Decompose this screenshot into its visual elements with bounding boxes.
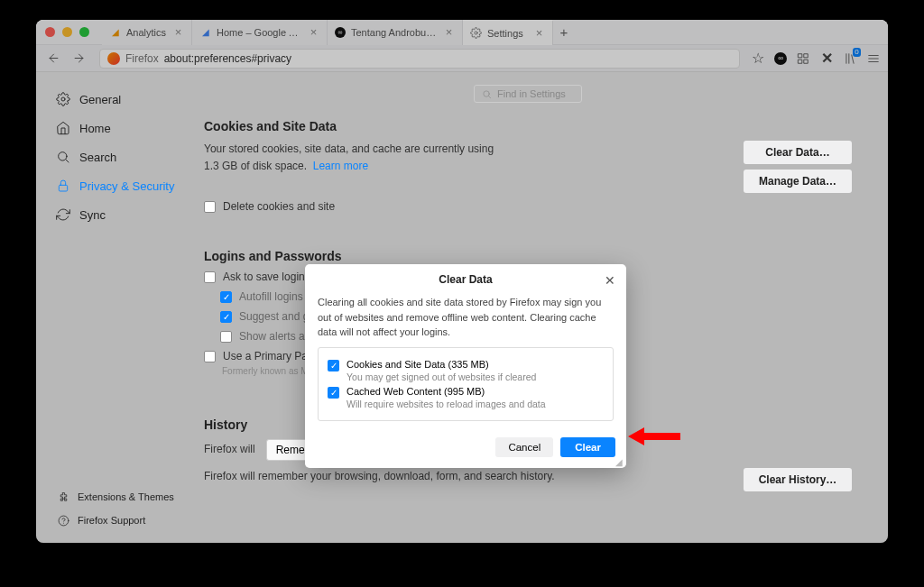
svg-point-8	[61, 97, 65, 101]
sidebar-item-general[interactable]: General	[56, 85, 195, 114]
delete-cookies-checkbox[interactable]: Delete cookies and site	[204, 200, 852, 213]
sidebar-footer: Extensions & Themes Firefox Support	[56, 485, 174, 532]
option-label: Cached Web Content (995 MB)	[346, 386, 546, 397]
section-title-cookies: Cookies and Site Data	[204, 119, 852, 133]
gear-icon	[56, 92, 70, 106]
svg-marker-16	[628, 427, 680, 445]
sidebar-item-privacy[interactable]: Privacy & Security	[56, 171, 195, 200]
dialog-close-button[interactable]: ✕	[603, 271, 617, 289]
url-toolbar: Firefox about:preferences#privacy ☆ ∞ ✕ …	[36, 45, 888, 72]
clear-data-button[interactable]: Clear Data…	[744, 141, 852, 164]
tab-settings[interactable]: Settings ×	[463, 20, 553, 45]
svg-rect-4	[804, 60, 808, 63]
sidebar-label: Sync	[79, 208, 106, 222]
close-window-button[interactable]	[45, 27, 55, 37]
window-controls	[45, 27, 89, 37]
svg-point-9	[59, 152, 67, 161]
tab-label: Settings	[487, 28, 528, 39]
titlebar: ◢ Analytics × ◢ Home – Google AdSense × …	[36, 20, 888, 45]
home-icon	[56, 121, 70, 135]
maximize-window-button[interactable]	[79, 27, 89, 37]
checkbox-label: Delete cookies and site	[223, 200, 335, 213]
sidebar-support-link[interactable]: Firefox Support	[56, 509, 174, 532]
gear-icon	[470, 27, 482, 39]
svg-point-14	[484, 90, 489, 96]
sidebar-label: Search	[79, 151, 116, 164]
help-icon	[56, 513, 70, 527]
library-icon[interactable]: 0	[843, 51, 857, 66]
back-button[interactable]	[43, 49, 63, 69]
close-tab-icon[interactable]: ×	[308, 26, 319, 38]
close-tab-icon[interactable]: ×	[533, 27, 545, 39]
lock-icon	[56, 179, 70, 193]
tab-label: Tentang Androbuntu	[351, 27, 438, 38]
tab-analytics[interactable]: ◢ Analytics ×	[102, 20, 192, 45]
extension-icon[interactable]: ∞	[774, 52, 787, 65]
svg-line-10	[66, 160, 69, 162]
sidebar-label: Home	[79, 122, 111, 135]
section-title-logins: Logins and Passwords	[204, 249, 852, 263]
new-tab-button[interactable]: +	[553, 20, 575, 45]
clear-history-button[interactable]: Clear History…	[744, 468, 852, 491]
sidebar-label: Firefox Support	[78, 515, 145, 526]
svg-rect-1	[799, 53, 802, 57]
dialog-title: Clear Data	[439, 273, 492, 286]
cookies-option-row[interactable]: Cookies and Site Data (335 MB) You may g…	[328, 359, 604, 382]
search-placeholder: Find in Settings	[497, 88, 566, 99]
adsense-icon: ◢	[199, 26, 211, 38]
analytics-icon: ◢	[109, 26, 121, 38]
close-tab-icon[interactable]: ×	[172, 26, 184, 38]
tab-adsense[interactable]: ◢ Home – Google AdSense ×	[192, 20, 328, 45]
tab-label: Home – Google AdSense	[217, 27, 302, 38]
option-sublabel: You may get signed out of websites if cl…	[346, 371, 536, 382]
sidebar: General Home Search Privacy & Security S…	[36, 72, 195, 543]
sidebar-item-sync[interactable]: Sync	[56, 200, 195, 229]
sidebar-item-home[interactable]: Home	[56, 114, 195, 142]
forward-button[interactable]	[69, 49, 88, 69]
learn-more-link[interactable]: Learn more	[313, 160, 368, 172]
sync-icon	[56, 207, 70, 222]
firefox-icon	[107, 52, 120, 65]
sidebar-label: Privacy & Security	[79, 179, 174, 193]
apps-icon[interactable]	[796, 51, 810, 66]
bookmark-star-icon[interactable]: ☆	[751, 51, 765, 66]
history-remember-text: Firefox will remember your browsing, dow…	[204, 468, 555, 485]
sidebar-extensions-link[interactable]: Extensions & Themes	[56, 485, 174, 509]
search-icon	[56, 150, 70, 164]
option-label: Cookies and Site Data (335 MB)	[346, 359, 536, 370]
site-icon: ∞	[335, 27, 346, 38]
clear-button[interactable]: Clear	[560, 437, 615, 457]
find-settings-input[interactable]: Find in Settings	[474, 85, 582, 103]
svg-rect-3	[799, 60, 802, 63]
clear-data-dialog: Clear Data ✕ Clearing all cookies and si…	[305, 264, 626, 468]
annotation-arrow	[628, 424, 682, 453]
cancel-button[interactable]: Cancel	[495, 437, 553, 457]
sidebar-item-search[interactable]: Search	[56, 142, 195, 171]
dialog-description: Clearing all cookies and site data store…	[318, 295, 614, 340]
tab-label: Analytics	[126, 27, 167, 38]
app-menu-button[interactable]	[866, 51, 881, 66]
close-tab-icon[interactable]: ×	[443, 26, 455, 38]
sidebar-label: Extensions & Themes	[78, 491, 174, 502]
tab-androbuntu[interactable]: ∞ Tentang Androbuntu ×	[328, 20, 463, 45]
option-sublabel: Will require websites to reload images a…	[346, 399, 546, 409]
svg-rect-2	[804, 53, 808, 57]
svg-point-12	[59, 516, 69, 526]
minimize-window-button[interactable]	[62, 27, 72, 37]
checkbox-checked-icon[interactable]	[328, 360, 339, 371]
url-prefix: Firefox	[125, 52, 159, 65]
puzzle-icon	[56, 490, 70, 504]
cache-option-row[interactable]: Cached Web Content (995 MB) Will require…	[328, 386, 604, 409]
url-bar[interactable]: Firefox about:preferences#privacy	[99, 49, 740, 69]
svg-point-0	[475, 32, 477, 34]
checkbox-checked-icon[interactable]	[328, 387, 339, 399]
url-text: about:preferences#privacy	[164, 52, 291, 65]
sidebar-label: General	[79, 93, 121, 106]
manage-data-button[interactable]: Manage Data…	[744, 170, 852, 193]
history-will-label: Firefox will	[204, 441, 255, 458]
svg-line-15	[489, 96, 491, 97]
svg-rect-11	[59, 185, 67, 191]
search-icon	[482, 89, 492, 99]
tab-strip: ◢ Analytics × ◢ Home – Google AdSense × …	[102, 20, 879, 45]
extensions-x-icon[interactable]: ✕	[819, 51, 834, 66]
